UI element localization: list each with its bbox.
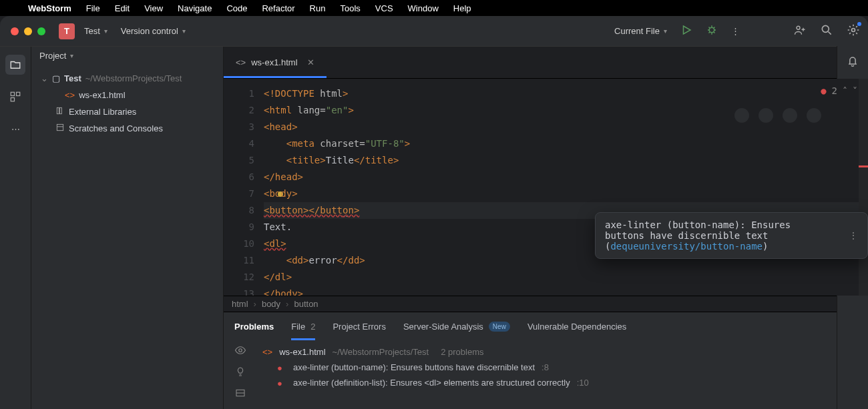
folder-icon: ▢ [52, 73, 60, 83]
menu-code[interactable]: Code [226, 3, 247, 13]
chevron-down-icon: ▾ [182, 27, 186, 35]
browser-icon[interactable] [758, 108, 773, 123]
menu-edit[interactable]: Edit [115, 3, 130, 13]
crumb-button[interactable]: button [294, 299, 318, 309]
menu-window[interactable]: Window [408, 3, 439, 13]
tab-file[interactable]: File 2 [291, 312, 315, 340]
tree-root[interactable]: ⌄ ▢ Test ~/WebstormProjects/Test [37, 70, 218, 87]
layout-icon[interactable] [233, 386, 248, 400]
project-tree: ⌄ ▢ Test ~/WebstormProjects/Test <> ws-e… [31, 65, 223, 142]
problems-gutter [233, 343, 248, 400]
svg-rect-5 [11, 92, 14, 95]
code-line[interactable]: </head> [264, 169, 868, 185]
bulb-icon[interactable] [233, 364, 248, 379]
crumb-body[interactable]: body [262, 299, 280, 309]
browser-icon[interactable] [807, 108, 821, 123]
code-editor[interactable]: 12345678910111213 ● 2 ˄ ˅ <!DOCTYPE ht [224, 79, 868, 296]
tab-server-side[interactable]: Server-Side Analysis New [403, 312, 510, 340]
file-name: ws-ex1.html [79, 90, 125, 100]
menu-tools[interactable]: Tools [340, 3, 360, 13]
editor-area: <> ws-ex1.html ✕ ⋮ 12345678910111213 ● 2… [224, 47, 868, 409]
menu-file[interactable]: File [86, 3, 100, 13]
minimize-window-icon[interactable] [24, 27, 32, 35]
code-with-me-icon[interactable] [793, 23, 807, 39]
tree-scratches[interactable]: Scratches and Consoles [37, 120, 218, 137]
project-name: Test [84, 26, 100, 36]
settings-icon[interactable] [847, 23, 860, 39]
run-config-selector[interactable]: Current File ▾ [614, 26, 667, 36]
breadcrumb: html › body › button [224, 296, 868, 312]
chevron-right-icon: › [254, 299, 256, 309]
eye-icon[interactable] [233, 343, 248, 358]
problem-row[interactable]: ● axe-linter (button-name): Ensures butt… [224, 360, 868, 375]
debug-icon[interactable] [706, 24, 718, 38]
code-line[interactable]: </dl> [264, 269, 868, 286]
svg-rect-6 [17, 92, 20, 95]
browser-icon[interactable] [734, 108, 749, 123]
inspection-widget[interactable]: ● 2 ˄ ˅ [821, 85, 857, 96]
tooltip-link[interactable]: dequeuniversity/button-name [610, 241, 763, 252]
problem-message: axe-linter (button-name): Ensures button… [293, 362, 535, 372]
next-highlight-icon[interactable]: ˅ [853, 85, 857, 96]
version-control-widget[interactable]: Version control ▾ [121, 26, 186, 36]
more-icon[interactable]: ⋮ [731, 26, 740, 36]
menu-refactor[interactable]: Refactor [262, 3, 294, 13]
menu-view[interactable]: View [144, 3, 163, 13]
search-icon[interactable] [820, 23, 833, 39]
close-tab-icon[interactable]: ✕ [307, 57, 314, 67]
line-gutter: 12345678910111213 [224, 79, 264, 296]
chevron-down-icon: ▾ [70, 52, 73, 59]
html-file-icon: <> [65, 90, 75, 100]
tab-project-errors[interactable]: Project Errors [333, 312, 385, 340]
menu-run[interactable]: Run [310, 3, 326, 13]
problems-file-header[interactable]: <> ws-ex1.html ~/WebstormProjects/Test 2… [224, 344, 868, 360]
prev-highlight-icon[interactable]: ˄ [843, 85, 847, 96]
project-panel-header[interactable]: Project ▾ [31, 47, 223, 65]
tab-label: Vulnerable Dependencies [527, 322, 626, 332]
root-path: ~/WebstormProjects/Test [85, 73, 182, 83]
menu-help[interactable]: Help [453, 3, 471, 13]
new-badge: New [489, 322, 510, 332]
crumb-html[interactable]: html [232, 299, 248, 309]
code-body[interactable]: ● 2 ˄ ˅ <!DOCTYPE html><html lang="en"><… [264, 79, 868, 296]
tooltip-text: axe-linter (button-name): Ensures button… [605, 220, 833, 252]
tab-label: File [291, 322, 305, 332]
error-stripe[interactable] [859, 79, 868, 296]
problem-location: :10 [577, 378, 589, 388]
root-name: Test [64, 73, 81, 83]
notifications-icon[interactable] [846, 54, 859, 69]
vcs-label: Version control [121, 26, 178, 36]
code-line[interactable]: <meta charset="UTF-8"> [264, 135, 868, 152]
ext-lib-label: External Libraries [69, 107, 136, 117]
menubar-app-name[interactable]: WebStorm [28, 3, 71, 13]
ide-toolbar: T Test ▾ Version control ▾ Current File … [0, 16, 868, 46]
html-file-icon: <> [236, 57, 246, 67]
code-line[interactable]: <body> [264, 185, 868, 202]
left-tool-rail: ⋯ [0, 47, 31, 409]
tooltip-more-icon[interactable]: ⋮ [849, 230, 858, 241]
more-tools-icon[interactable]: ⋯ [5, 119, 25, 139]
code-line[interactable]: <title>Title</title> [264, 152, 868, 169]
tree-file[interactable]: <> ws-ex1.html [37, 87, 218, 103]
code-line[interactable]: </body> [264, 286, 868, 296]
run-icon[interactable] [680, 24, 692, 38]
menu-navigate[interactable]: Navigate [178, 3, 212, 13]
tab-problems[interactable]: Problems [234, 312, 274, 340]
code-line[interactable]: <!DOCTYPE html> [264, 85, 868, 102]
menu-vcs[interactable]: VCS [375, 3, 393, 13]
close-window-icon[interactable] [11, 27, 19, 35]
tab-vulnerable-deps[interactable]: Vulnerable Dependencies [527, 312, 626, 340]
problem-message: axe-linter (definition-list): Ensures <d… [293, 378, 570, 388]
project-panel: Project ▾ ⌄ ▢ Test ~/WebstormProjects/Te… [31, 47, 224, 409]
structure-tool-icon[interactable] [5, 87, 25, 107]
project-selector[interactable]: T Test ▾ [59, 23, 107, 39]
problems-tabs: Problems File 2 Project Errors Server-Si… [224, 312, 868, 340]
browser-icon[interactable] [783, 108, 797, 123]
svg-rect-9 [59, 107, 61, 113]
browser-preview-icons [734, 108, 821, 123]
project-tool-icon[interactable] [5, 55, 25, 75]
tab-ws-ex1[interactable]: <> ws-ex1.html ✕ [224, 47, 327, 78]
zoom-window-icon[interactable] [37, 27, 45, 35]
problem-row[interactable]: ● axe-linter (definition-list): Ensures … [224, 375, 868, 390]
tree-external-libraries[interactable]: External Libraries [37, 103, 218, 120]
